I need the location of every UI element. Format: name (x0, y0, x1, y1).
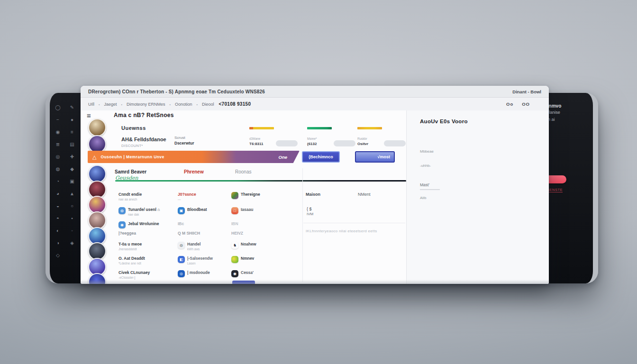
list-item-text: Cnndt endie nae aa anech (118, 192, 142, 201)
bottom-scroll-tab (232, 281, 255, 284)
list-item-title: Cessa' (241, 270, 254, 275)
device-app-icon: ◯ (55, 105, 61, 110)
list-item-icon: ◎ (178, 270, 185, 277)
list-item-text: Noahew (241, 242, 256, 247)
list-item-text: Cessa' (241, 270, 254, 276)
list-item-icon: ◧ (178, 256, 185, 263)
list-item-text: Q M SHIICH (178, 231, 200, 237)
list-item[interactable]: ◍ Handel kWh aws (178, 242, 200, 251)
list-item[interactable]: ▣ Bloodbeat (178, 207, 207, 214)
list-item-title: Noahew (241, 242, 256, 246)
list-item-title: O. Aat Deaddt (118, 256, 145, 261)
device-left-icon-rail-col2: ✎●≡▤✚◆▣▲○▪◦◈ (69, 105, 75, 246)
side-panel-rows: Mbbeae-uhhb-Mast'Alib (407, 110, 549, 284)
banner-secondary-button[interactable]: √most (355, 151, 395, 163)
list-item[interactable]: T-0a u meoe Jnenasddeldt (118, 242, 142, 251)
menu-item[interactable]: Dimoteony ERNMes (117, 102, 165, 107)
list-item-subtitle: Jnenasddeldt (118, 247, 142, 251)
menubar-record-icon[interactable]: OO (522, 101, 530, 107)
list-item-title: IBN (231, 221, 238, 226)
list-item-title: Civek CLnunaey (118, 270, 150, 275)
list-item-subtitle: nae dak (128, 213, 160, 216)
device-app-icon: ▤ (69, 142, 75, 147)
menubar-toggle-icon[interactable]: Oo (506, 101, 513, 107)
device-app-icon: ◇ (55, 253, 61, 258)
list-item[interactable]: □ Iasaau (231, 207, 253, 214)
avatar[interactable] (88, 273, 106, 284)
stat-value: Ositvr (357, 142, 368, 146)
mid-column-value-2: IVM (307, 212, 313, 216)
list-item-text: Jebal Wrolunine (128, 221, 159, 227)
menu-item[interactable]: UIll (88, 102, 94, 107)
side-panel-row: Mast' (420, 182, 429, 187)
device-app-icon: ◔ (55, 179, 61, 184)
avatar-rail (88, 110, 109, 284)
list-column-b: J0?ssnce — ▣ Bloodbeat (178, 110, 229, 284)
list-item-subtitle: *Ldedne ane ndt (118, 262, 145, 265)
stat-group: Ruskbr Ositvr (355, 127, 408, 150)
list-item-title: Nmnev (241, 256, 254, 261)
list-item[interactable]: ◍ Tunarde/ usenl ⌂ nae dak (118, 207, 160, 216)
list-item[interactable]: ♞ Noahew (231, 242, 256, 249)
menu-item[interactable]: Dieool (192, 102, 214, 107)
list-item-text: T-0a u meoe Jnenasddeldt (118, 242, 142, 251)
stat-label: Ruskbr (357, 137, 367, 140)
banner-primary-button[interactable]: (Bechimnco (302, 151, 340, 163)
menu-item-group: UIllJaegetDimoteony ERNMesOonotionDieool (88, 102, 214, 107)
list-item[interactable]: IBN (231, 221, 238, 227)
list-item[interactable]: Q M SHIICH (178, 231, 200, 237)
mid-divider (303, 223, 405, 223)
device-app-icon: ▪ (69, 216, 75, 221)
list-item[interactable]: IBc (178, 221, 184, 227)
list-item-subtitle: -eCtsssder-] (118, 276, 150, 279)
list-item-icon: ♞ (231, 242, 238, 249)
device-app-icon: ◓ (55, 216, 61, 221)
list-item-icon: ◍ (178, 242, 185, 249)
avatar[interactable] (88, 135, 106, 153)
device-app-icon: ◐ (55, 228, 61, 233)
list-item[interactable]: HEIVZ (231, 231, 243, 237)
list-item-title: Jebal Wrolunine (128, 221, 159, 226)
list-item[interactable]: ◉ Cessa' (231, 270, 254, 277)
device-app-icon: − (55, 118, 61, 122)
device-app-icon: ○ (69, 204, 75, 209)
device-app-icon: ▣ (69, 179, 75, 184)
list-item[interactable]: ◧ |-Salsesendw Lasen (178, 256, 213, 265)
list-item[interactable]: ​ Nmnev (231, 256, 254, 263)
app-window: DRerogrctwn) COnn r Theberton - S) Apnmn… (81, 86, 549, 284)
list-item[interactable]: J0?ssnce — (178, 192, 196, 201)
list-item[interactable]: ◎ | msdooude (178, 270, 210, 277)
list-item-text: IBN (231, 221, 238, 227)
device-app-icon: ● (69, 118, 75, 122)
menubar-code: <70108 93150 (218, 101, 251, 107)
device-app-icon: ◉ (55, 130, 61, 135)
menubar-icon-group: Oo OO (506, 101, 530, 107)
list-item-text: | msdooude (187, 270, 210, 276)
list-item-text: Civek CLnunaey -eCtsssder-] (118, 270, 150, 279)
device-app-icon: ◒ (55, 204, 61, 209)
list-item-text: Thereigne (241, 192, 260, 198)
avatar[interactable] (88, 118, 106, 136)
device-app-icon: ◍ (55, 167, 61, 172)
menu-item[interactable]: Oonotion (165, 102, 192, 107)
stat-action-pill[interactable] (384, 140, 406, 146)
stat-group: Msree* (6132 (305, 127, 357, 150)
side-panel-row: Mbbeae (420, 149, 434, 154)
list-item[interactable]: ◉ Jebal Wrolunine (118, 221, 159, 228)
list-item[interactable]: |?eeggea (118, 231, 136, 237)
list-item[interactable]: Civek CLnunaey -eCtsssder-] (118, 270, 150, 279)
list-item-icon: ◉ (118, 221, 126, 228)
list-item-text: J0?ssnce — (178, 192, 196, 201)
list-item[interactable]: ​ Thereigne (231, 192, 260, 199)
menu-item[interactable]: Jaeget (94, 102, 117, 107)
list-item[interactable]: Cnndt endie nae aa anech (118, 192, 142, 201)
list-column-a: Cnndt endie nae aa anech ◍ Tunarde/ usen… (118, 110, 175, 284)
device-left-icon-rail-col1: ◯−◉≣◎◍◔◕◒◓◐◑◇ (55, 105, 61, 258)
mid-caption: IKLfnnnteryeaoco nilai eteeetserd eetts (306, 229, 377, 233)
list-item-icon: ​ (231, 256, 238, 263)
list-item-title: Handel (187, 242, 200, 246)
stat-bar (307, 127, 332, 129)
stat-action-pill[interactable] (334, 140, 355, 146)
side-panel-underline (420, 189, 440, 190)
list-item[interactable]: O. Aat Deaddt *Ldedne ane ndt (118, 256, 145, 265)
